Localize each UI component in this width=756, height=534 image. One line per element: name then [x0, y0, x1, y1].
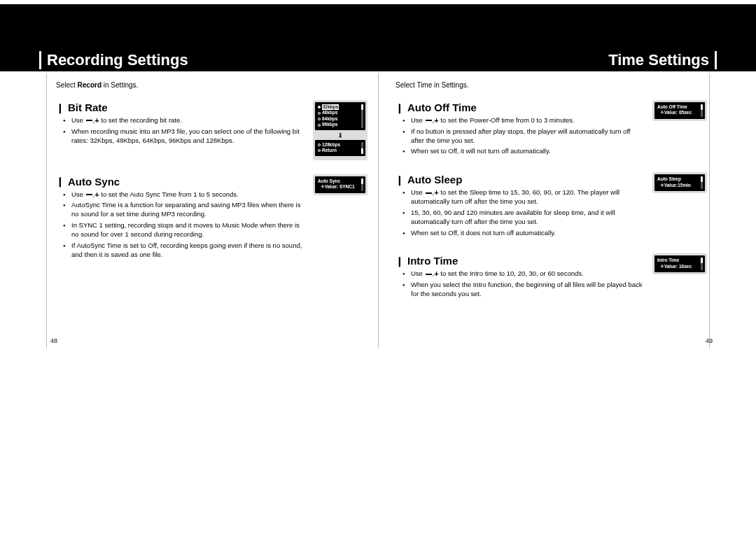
page-title-right: Time Settings	[608, 51, 717, 69]
device-bitrate: 32kbps 48kbps 64kbps 96kbps ⬇ 128kbps Re…	[313, 100, 368, 160]
bullet: When set to Off, it will not turn off au…	[405, 147, 645, 156]
minus-icon	[426, 120, 432, 121]
heading-bit-rate: Bit Rate	[56, 101, 306, 113]
section-bit-rate: Bit Rate Use ,+ to set the recording bit…	[56, 96, 368, 160]
section-auto-sleep: Auto Sleep Use ,+ to set the Sleep time …	[396, 168, 707, 239]
margin-rule-right	[709, 73, 710, 348]
bullet: Use ,+ to set the Power-Off time from 0 …	[405, 116, 645, 125]
section-auto-sync: Auto Sync Use ,+ to set the Auto Sync Ti…	[56, 170, 368, 262]
heading-auto-sleep: Auto Sleep	[396, 174, 645, 185]
bullet: In SYNC 1 setting, recording stops and i…	[66, 221, 306, 239]
device-intro: Intro Time ✧Value: 10sec	[652, 253, 707, 274]
bullet: When set to Off, it does not turn off au…	[405, 229, 645, 238]
bullet: Use ,+ to set the Auto Sync Time from 1 …	[66, 190, 306, 199]
instr-bold: Record	[78, 81, 102, 89]
section-intro-time: Intro Time Use ,+ to set the Intro time …	[396, 249, 707, 300]
heading-auto-off: Auto Off Time	[396, 101, 645, 113]
gutter-rule	[378, 73, 379, 348]
device-autosync: Auto Sync ✧Value: SYNC1	[313, 174, 368, 195]
heading-intro-time: Intro Time	[396, 255, 645, 267]
bullet: When you select the Intro function, the …	[405, 281, 645, 299]
bullet: Use ,+ to set the recording bit rate.	[66, 116, 306, 125]
minus-icon	[86, 120, 92, 121]
margin-rule-left	[46, 73, 47, 348]
instr-text: Select	[56, 81, 78, 89]
section-auto-off: Auto Off Time Use ,+ to set the Power-Of…	[396, 96, 707, 158]
page-number-left: 48	[50, 337, 57, 344]
left-page: Select Record in Settings. Bit Rate Use …	[56, 78, 368, 311]
minus-icon	[426, 192, 432, 194]
instruction-left: Select Record in Settings.	[56, 81, 368, 89]
bullet: When recording music into an MP3 file, y…	[66, 127, 306, 146]
heading-auto-sync: Auto Sync	[56, 176, 306, 188]
minus-icon	[426, 274, 432, 275]
bullet: Use ,+ to set the Intro time to 10, 20, …	[405, 269, 645, 279]
device-autosleep: Auto Sleep ✧Value:15min	[652, 172, 707, 193]
minus-icon	[86, 194, 92, 195]
device-autooff: Auto Off Time ✧Value: 05sec	[652, 100, 707, 121]
instruction-right: Select Time in Settings.	[396, 81, 707, 89]
arrow-down-icon: ⬇	[315, 132, 365, 139]
bullet: AutoSync Time is a function for separati…	[66, 201, 306, 219]
header-band: Recording Settings Time Settings	[0, 4, 756, 71]
page-number-right: 49	[706, 337, 713, 344]
bullet: If AutoSync Time is set to Off, recordin…	[66, 241, 306, 260]
bullet: Use ,+ to set the Sleep time to 15, 30, …	[405, 188, 645, 206]
bullet: 15, 30, 60, 90 and 120 minutes are avail…	[405, 209, 645, 227]
bullet: If no button is pressed after play stops…	[405, 127, 645, 146]
instr-text-2: in Settings.	[102, 81, 138, 89]
page-title-left: Recording Settings	[39, 51, 188, 69]
right-page: Select Time in Settings. Auto Off Time U…	[396, 78, 707, 311]
